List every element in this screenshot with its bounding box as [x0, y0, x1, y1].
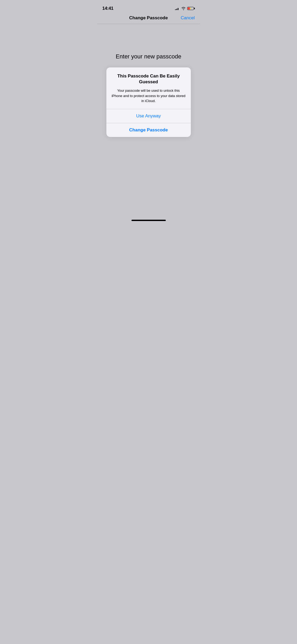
signal-bar-1	[175, 9, 176, 10]
alert-card: This Passcode Can Be Easily Guessed Your…	[106, 67, 191, 137]
battery-icon: ⚡	[187, 7, 195, 10]
alert-content: This Passcode Can Be Easily Guessed Your…	[106, 67, 191, 109]
cancel-button[interactable]: Cancel	[181, 15, 195, 21]
battery-lightning-icon: ⚡	[189, 7, 192, 10]
status-icons: ⚡	[175, 7, 195, 10]
page-subtitle: Enter your new passcode	[116, 53, 181, 60]
change-passcode-button[interactable]: Change Passcode	[106, 123, 191, 137]
home-indicator	[131, 220, 166, 221]
nav-bar: Change Passcode Cancel	[97, 13, 200, 24]
alert-title: This Passcode Can Be Easily Guessed	[112, 73, 186, 85]
nav-title: Change Passcode	[129, 15, 168, 21]
signal-bar-4	[179, 7, 180, 10]
signal-icon	[175, 7, 180, 10]
main-content: Enter your new passcode This Passcode Ca…	[97, 24, 200, 137]
battery-body: ⚡	[187, 7, 194, 10]
status-time: 14:41	[102, 6, 114, 11]
signal-bar-2	[176, 9, 177, 10]
signal-bar-3	[178, 8, 178, 10]
alert-body: Your passcode will be used to unlock thi…	[112, 88, 186, 104]
status-bar: 14:41 ⚡	[97, 0, 200, 13]
wifi-icon	[181, 7, 186, 10]
battery-tip	[194, 8, 195, 9]
use-anyway-button[interactable]: Use Anyway	[106, 109, 191, 123]
